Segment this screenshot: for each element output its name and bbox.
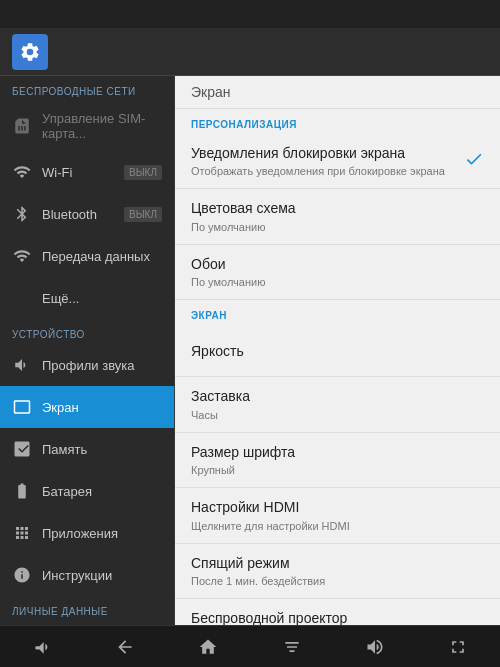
content-item-subtitle-sleep: После 1 мин. бездействия bbox=[191, 574, 484, 588]
sidebar-label-sim: Управление SIM-карта... bbox=[42, 111, 162, 141]
sound-icon bbox=[12, 355, 32, 375]
sidebar: БЕСПРОВОДНЫЕ СЕТИУправление SIM-карта...… bbox=[0, 76, 175, 625]
sidebar-label-apps: Приложения bbox=[42, 526, 162, 541]
content-item-wallpaper[interactable]: ОбоиПо умолчанию bbox=[175, 245, 500, 300]
content-item-title-brightness: Яркость bbox=[191, 342, 484, 360]
apps-icon bbox=[12, 523, 32, 543]
battery-icon bbox=[12, 481, 32, 501]
sidebar-item-wifi[interactable]: Wi-FiВЫКЛ bbox=[0, 151, 174, 193]
main-layout: БЕСПРОВОДНЫЕ СЕТИУправление SIM-карта...… bbox=[0, 76, 500, 625]
wifi-icon bbox=[12, 162, 32, 182]
sidebar-section-header: ЛИЧНЫЕ ДАННЫЕ bbox=[0, 596, 174, 621]
sidebar-item-instructions[interactable]: Инструкции bbox=[0, 554, 174, 596]
content-item-subtitle-color-scheme: По умолчанию bbox=[191, 220, 484, 234]
sidebar-item-sim[interactable]: Управление SIM-карта... bbox=[0, 101, 174, 151]
content-item-subtitle-screensaver: Часы bbox=[191, 408, 484, 422]
settings-icon bbox=[12, 34, 48, 70]
content-item-text-wallpaper: ОбоиПо умолчанию bbox=[191, 255, 484, 289]
sidebar-label-screen: Экран bbox=[42, 400, 162, 415]
instructions-icon bbox=[12, 565, 32, 585]
content-item-projector[interactable]: Беспроводной проекторОтключено bbox=[175, 599, 500, 625]
content-item-sleep[interactable]: Спящий режимПосле 1 мин. бездействия bbox=[175, 544, 500, 599]
nav-bar bbox=[0, 625, 500, 667]
sidebar-label-memory: Память bbox=[42, 442, 162, 457]
sidebar-toggle-bluetooth: ВЫКЛ bbox=[124, 207, 162, 222]
sidebar-toggle-wifi: ВЫКЛ bbox=[124, 165, 162, 180]
content-item-title-lock-notifications: Уведомления блокировки экрана bbox=[191, 144, 464, 162]
bluetooth-icon bbox=[12, 204, 32, 224]
content-item-text-sleep: Спящий режимПосле 1 мин. бездействия bbox=[191, 554, 484, 588]
content-item-text-lock-notifications: Уведомления блокировки экранаОтображать … bbox=[191, 144, 464, 178]
memory-icon bbox=[12, 439, 32, 459]
sidebar-label-more: Ещё... bbox=[42, 291, 162, 306]
content-item-title-font-size: Размер шрифта bbox=[191, 443, 484, 461]
sidebar-item-screen[interactable]: Экран bbox=[0, 386, 174, 428]
content-item-text-color-scheme: Цветовая схемаПо умолчанию bbox=[191, 199, 484, 233]
content-item-title-sleep: Спящий режим bbox=[191, 554, 484, 572]
content-section-header: ЭКРАН bbox=[175, 300, 500, 325]
sidebar-label-battery: Батарея bbox=[42, 484, 162, 499]
sidebar-item-data[interactable]: Передача данных bbox=[0, 235, 174, 277]
content-item-text-screensaver: ЗаставкаЧасы bbox=[191, 387, 484, 421]
content-section-header: ПЕРСОНАЛИЗАЦИЯ bbox=[175, 109, 500, 134]
sidebar-section-header: УСТРОЙСТВО bbox=[0, 319, 174, 344]
sidebar-item-location[interactable]: Мое местоположение bbox=[0, 621, 174, 625]
content-item-lock-notifications[interactable]: Уведомления блокировки экранаОтображать … bbox=[175, 134, 500, 189]
sidebar-item-sound[interactable]: Профили звука bbox=[0, 344, 174, 386]
content-panel: ЭкранПЕРСОНАЛИЗАЦИЯУведомления блокировк… bbox=[175, 76, 500, 625]
sidebar-label-bluetooth: Bluetooth bbox=[42, 207, 114, 222]
content-item-brightness[interactable]: Яркость bbox=[175, 325, 500, 377]
sidebar-item-more[interactable]: Ещё... bbox=[0, 277, 174, 319]
content-item-subtitle-wallpaper: По умолчанию bbox=[191, 275, 484, 289]
back-button[interactable] bbox=[100, 626, 150, 668]
sidebar-item-apps[interactable]: Приложения bbox=[0, 512, 174, 554]
action-bar bbox=[0, 28, 500, 76]
content-item-subtitle-lock-notifications: Отображать уведомления при блокировке эк… bbox=[191, 164, 464, 178]
status-bar bbox=[0, 0, 500, 28]
sidebar-section-header: БЕСПРОВОДНЫЕ СЕТИ bbox=[0, 76, 174, 101]
content-item-text-font-size: Размер шрифтаКрупный bbox=[191, 443, 484, 477]
content-title: Экран bbox=[175, 76, 500, 109]
screen-icon bbox=[12, 397, 32, 417]
content-item-hdmi[interactable]: Настройки HDMIЩелкните для настройки HDM… bbox=[175, 488, 500, 543]
checkmark-lock-notifications bbox=[464, 149, 484, 174]
fullscreen-button[interactable] bbox=[433, 626, 483, 668]
content-item-title-screensaver: Заставка bbox=[191, 387, 484, 405]
home-button[interactable] bbox=[183, 626, 233, 668]
sidebar-label-instructions: Инструкции bbox=[42, 568, 162, 583]
content-item-text-brightness: Яркость bbox=[191, 342, 484, 360]
content-item-title-color-scheme: Цветовая схема bbox=[191, 199, 484, 217]
sidebar-label-sound: Профили звука bbox=[42, 358, 162, 373]
sidebar-item-bluetooth[interactable]: BluetoothВЫКЛ bbox=[0, 193, 174, 235]
content-item-color-scheme[interactable]: Цветовая схемаПо умолчанию bbox=[175, 189, 500, 244]
sidebar-item-battery[interactable]: Батарея bbox=[0, 470, 174, 512]
volume-up-button[interactable] bbox=[350, 626, 400, 668]
content-item-subtitle-font-size: Крупный bbox=[191, 463, 484, 477]
data-icon bbox=[12, 246, 32, 266]
content-item-text-projector: Беспроводной проекторОтключено bbox=[191, 609, 484, 625]
content-item-title-hdmi: Настройки HDMI bbox=[191, 498, 484, 516]
volume-down-button[interactable] bbox=[17, 626, 67, 668]
content-item-subtitle-hdmi: Щелкните для настройки HDMI bbox=[191, 519, 484, 533]
content-item-font-size[interactable]: Размер шрифтаКрупный bbox=[175, 433, 500, 488]
sidebar-label-wifi: Wi-Fi bbox=[42, 165, 114, 180]
sidebar-label-data: Передача данных bbox=[42, 249, 162, 264]
recents-button[interactable] bbox=[267, 626, 317, 668]
sim-icon bbox=[12, 116, 32, 136]
content-item-screensaver[interactable]: ЗаставкаЧасы bbox=[175, 377, 500, 432]
content-item-title-wallpaper: Обои bbox=[191, 255, 484, 273]
sidebar-item-memory[interactable]: Память bbox=[0, 428, 174, 470]
content-item-title-projector: Беспроводной проектор bbox=[191, 609, 484, 625]
content-item-text-hdmi: Настройки HDMIЩелкните для настройки HDM… bbox=[191, 498, 484, 532]
